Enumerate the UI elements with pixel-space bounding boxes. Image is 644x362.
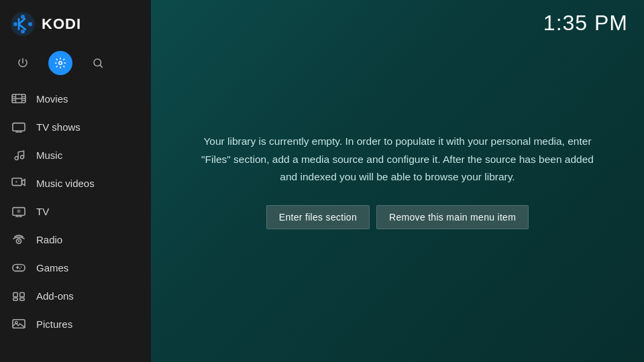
svg-point-3 xyxy=(28,22,32,26)
sidebar-item-games[interactable]: Games xyxy=(0,253,151,282)
sidebar-item-music[interactable]: Music xyxy=(0,141,151,169)
musicvideos-icon xyxy=(11,175,27,191)
addons-icon xyxy=(11,288,27,304)
settings-icon xyxy=(54,57,66,69)
sidebar-label-tv: TV xyxy=(36,206,49,217)
radio-icon xyxy=(11,231,27,247)
sidebar-label-radio: Radio xyxy=(36,234,62,245)
svg-point-18 xyxy=(19,268,21,269)
sidebar-icon-bar xyxy=(0,46,151,80)
main-content: 1:35 PM Your library is currently empty.… xyxy=(151,0,644,362)
sidebar-label-tvshows: TV shows xyxy=(36,121,80,133)
sidebar-label-games: Games xyxy=(36,262,68,274)
remove-menu-item-button[interactable]: Remove this main menu item xyxy=(376,205,529,229)
svg-point-13 xyxy=(17,209,20,213)
library-empty-message: Your library is currently empty. In orde… xyxy=(191,133,604,186)
svg-rect-20 xyxy=(20,293,24,297)
app-title: KODI xyxy=(42,15,81,33)
power-icon xyxy=(17,57,29,69)
action-buttons: Enter files section Remove this main men… xyxy=(266,205,529,229)
search-icon xyxy=(92,57,104,69)
svg-point-15 xyxy=(18,240,20,242)
tvshows-icon xyxy=(11,119,27,135)
svg-rect-19 xyxy=(13,293,17,297)
games-icon xyxy=(11,259,27,276)
settings-button[interactable] xyxy=(48,51,72,75)
center-panel: Your library is currently empty. In orde… xyxy=(151,0,644,362)
clock-display: 1:35 PM xyxy=(543,11,628,36)
svg-rect-22 xyxy=(20,298,24,301)
pictures-icon xyxy=(11,316,27,332)
tv-icon xyxy=(11,203,27,219)
kodi-logo-icon xyxy=(11,12,35,36)
sidebar-item-tv-shows[interactable]: TV shows xyxy=(0,113,151,141)
svg-point-4 xyxy=(21,29,25,34)
enter-files-button[interactable]: Enter files section xyxy=(266,205,370,229)
sidebar-item-radio[interactable]: Radio xyxy=(0,225,151,253)
sidebar-label-music: Music xyxy=(36,149,62,161)
sidebar-label-musicvideos: Music videos xyxy=(36,178,95,189)
power-button[interactable] xyxy=(11,51,35,75)
svg-rect-21 xyxy=(13,298,17,301)
sidebar-item-music-videos[interactable]: Music videos xyxy=(0,169,151,197)
sidebar-header: KODI xyxy=(0,0,151,46)
sidebar: KODI xyxy=(0,0,151,362)
sidebar-label-movies: Movies xyxy=(36,93,68,105)
svg-point-5 xyxy=(59,62,62,65)
sidebar-label-pictures: Pictures xyxy=(36,318,72,330)
svg-point-2 xyxy=(21,15,25,19)
sidebar-label-addons: Add-ons xyxy=(36,290,74,302)
svg-point-17 xyxy=(21,266,22,267)
search-button[interactable] xyxy=(86,51,110,75)
sidebar-item-tv[interactable]: TV xyxy=(0,197,151,225)
sidebar-item-pictures[interactable]: Pictures xyxy=(0,310,151,338)
sidebar-item-addons[interactable]: Add-ons xyxy=(0,282,151,310)
sidebar-item-movies[interactable]: Movies xyxy=(0,84,151,113)
music-icon xyxy=(11,147,27,163)
sidebar-nav: Movies TV shows Music xyxy=(0,80,151,362)
svg-rect-8 xyxy=(13,123,25,131)
svg-point-1 xyxy=(13,22,17,26)
movies-icon xyxy=(11,90,27,107)
